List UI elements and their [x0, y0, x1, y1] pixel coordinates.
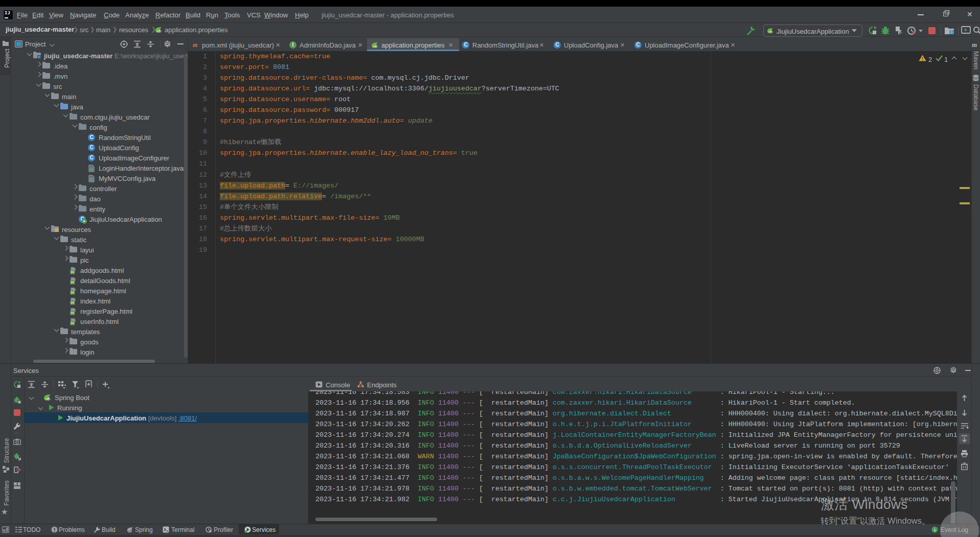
- svg-text:H: H: [71, 290, 74, 295]
- svg-text:H: H: [71, 280, 74, 285]
- svg-text:H: H: [71, 311, 74, 315]
- svg-text:1: 1: [933, 528, 936, 532]
- svg-text:H: H: [71, 321, 74, 325]
- svg-text:H: H: [71, 270, 74, 274]
- svg-text:H: H: [71, 300, 74, 305]
